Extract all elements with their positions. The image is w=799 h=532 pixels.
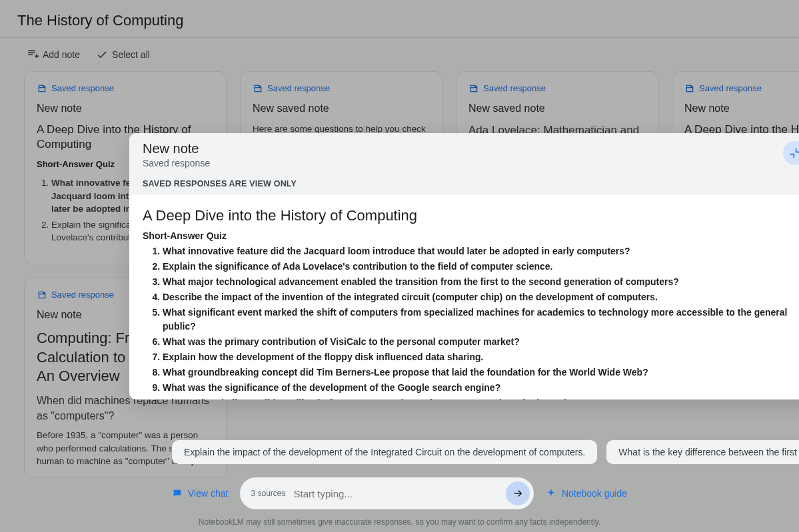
modal-header: New note Saved response SAVED RESPONSES … <box>129 133 799 195</box>
collapse-icon <box>788 146 799 160</box>
view-chat-button[interactable]: View chat <box>172 488 228 499</box>
sources-count: 3 sources <box>251 489 285 498</box>
modal-heading: A Deep Dive into the History of Computin… <box>143 204 799 226</box>
note-modal: New note Saved response SAVED RESPONSES … <box>129 133 799 399</box>
question-item: What major technological advancement ena… <box>163 275 799 289</box>
modal-subtitle: Saved response <box>143 158 799 168</box>
question-item: What innovative feature did the Jacquard… <box>163 244 799 258</box>
send-button[interactable] <box>506 481 530 505</box>
modal-title: New note <box>143 141 799 156</box>
question-item: What major challenge did Mozilla Firefox… <box>163 396 799 399</box>
suggestion-chip[interactable]: What is the key difference between the f… <box>606 440 799 464</box>
sparkle-icon <box>546 488 556 499</box>
quiz-questions: What innovative feature did the Jacquard… <box>143 244 799 399</box>
quiz-label: Short-Answer Quiz <box>143 229 799 243</box>
question-item: Explain the significance of Ada Lovelace… <box>163 260 799 274</box>
suggestion-chips: Explain the impact of the development of… <box>0 440 799 472</box>
suggestion-chip[interactable]: Explain the impact of the development of… <box>172 440 597 464</box>
question-item: Explain how the development of the flopp… <box>163 350 799 364</box>
arrow-right-icon <box>512 487 524 499</box>
composer-input[interactable]: 3 sources <box>240 477 533 509</box>
question-item: Describe the impact of the invention of … <box>163 290 799 304</box>
prompt-input[interactable] <box>293 488 497 499</box>
question-item: What significant event marked the shift … <box>163 306 799 334</box>
question-item: What was the significance of the develop… <box>163 381 799 395</box>
notebook-guide-button[interactable]: Notebook guide <box>546 488 627 499</box>
composer-row: View chat 3 sources Notebook guide <box>0 472 799 515</box>
modal-body[interactable]: A Deep Dive into the History of Computin… <box>129 195 799 399</box>
chat-icon <box>172 488 183 499</box>
question-item: What was the primary contribution of Vis… <box>163 335 799 349</box>
view-only-notice: SAVED RESPONSES ARE VIEW ONLY <box>143 179 799 188</box>
question-item: What groundbreaking concept did Tim Bern… <box>163 366 799 380</box>
